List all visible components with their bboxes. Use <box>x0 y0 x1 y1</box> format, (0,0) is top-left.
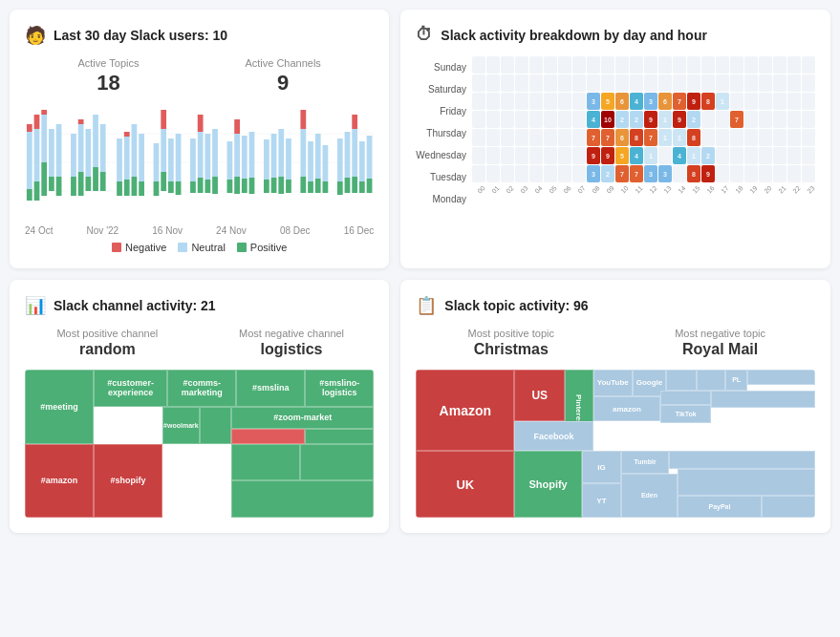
heatmap-cell-tuesday-16: 2 <box>701 147 715 164</box>
treemap-topic-cell: PayPal <box>678 496 762 518</box>
treemap-topic-cell: Tumblr <box>621 451 669 473</box>
heatmap-cell-wednesday-3 <box>515 129 528 146</box>
heatmap-cell-monday-22 <box>787 165 801 182</box>
svg-rect-79 <box>323 181 329 193</box>
svg-rect-19 <box>78 124 84 172</box>
heatmap-cell-tuesday-15: 1 <box>687 147 700 164</box>
svg-rect-40 <box>161 172 166 191</box>
svg-rect-61 <box>249 132 255 178</box>
svg-rect-25 <box>100 124 106 172</box>
svg-rect-59 <box>242 136 248 179</box>
heatmap-cell-friday-18 <box>730 93 743 110</box>
heatmap-cell-tuesday-22 <box>787 147 801 164</box>
heatmap-cell-thursday-14: 9 <box>673 111 686 128</box>
treemap-channel-cell: #shopify <box>94 444 162 519</box>
heatmap-cell-saturday-14 <box>673 74 686 92</box>
heatmap-cell-thursday-17 <box>716 111 729 128</box>
topic-activity-header: 📋 Slack topic activity: 96 <box>416 295 815 316</box>
svg-rect-21 <box>85 129 91 177</box>
heatmap-cell-thursday-6 <box>558 111 571 128</box>
heatmap-cell-saturday-1 <box>486 74 500 92</box>
heatmap-col-label-1: 01 <box>488 183 503 197</box>
heatmap-col-label-10: 10 <box>617 183 632 197</box>
heatmap-cell-sunday-7 <box>572 56 586 74</box>
heatmap-col-label-2: 02 <box>503 183 517 197</box>
svg-rect-18 <box>78 119 84 124</box>
heatmap-cell-thursday-3 <box>515 111 528 128</box>
heatmap-cell-friday-11: 4 <box>630 93 643 110</box>
heatmap-cell-saturday-12 <box>644 74 657 92</box>
heatmap-cell-sunday-0 <box>472 56 485 74</box>
treemap-topic-cell <box>762 496 815 518</box>
treemap-topic-cell: Eden <box>621 474 678 519</box>
svg-rect-76 <box>315 134 321 179</box>
heatmap-cell-monday-11: 7 <box>630 165 643 182</box>
active-topics-label: Active Topics <box>77 57 139 69</box>
heatmap-cell-wednesday-15: 8 <box>687 129 700 146</box>
heatmap-cell-wednesday-0 <box>472 129 485 146</box>
heatmap-cell-friday-12: 3 <box>644 93 657 110</box>
svg-rect-31 <box>124 180 130 196</box>
heatmap-cell-thursday-21 <box>773 111 786 128</box>
heatmap-row-tuesday: 99541412 <box>472 147 815 164</box>
heatmap-cell-friday-5 <box>544 93 557 110</box>
heatmap-cell-saturday-20 <box>759 74 772 92</box>
heatmap-cell-thursday-12: 9 <box>644 111 657 128</box>
heatmap-cell-wednesday-1 <box>486 129 500 146</box>
svg-rect-75 <box>308 181 313 193</box>
x-label-2: Nov '22 <box>87 225 119 236</box>
label-thursday: Thursday <box>416 125 466 142</box>
treemap-topic-cell: IG <box>582 451 621 483</box>
treemap-channel-cell: #smslina <box>236 370 305 407</box>
heatmap-cell-friday-1 <box>486 93 500 110</box>
most-positive-topic-value: Christmas <box>416 341 606 358</box>
heatmap-cell-wednesday-21 <box>773 129 786 146</box>
svg-rect-68 <box>278 177 284 194</box>
heatmap-row-monday: 32773389 <box>472 165 815 182</box>
x-label-6: 16 Dec <box>344 225 375 236</box>
heatmap-layout: Sunday Saturday Friday Thursday Wednesda… <box>416 56 815 210</box>
heatmap-cell-friday-20 <box>759 93 772 110</box>
heatmap-col-label-14: 14 <box>675 183 689 197</box>
treemap-topic-cell <box>697 370 724 391</box>
heatmap-row-friday: 3564367981 <box>472 93 815 110</box>
heatmap-cell-saturday-19 <box>744 74 758 92</box>
most-negative-topic-stat: Most negative topic Royal Mail <box>625 328 815 358</box>
channel-activity-header: 📊 Slack channel activity: 21 <box>25 295 374 316</box>
heatmap-cell-monday-3 <box>515 165 528 182</box>
active-channels-label: Active Channels <box>245 57 321 69</box>
svg-rect-24 <box>93 167 98 191</box>
heatmap-cell-monday-17 <box>716 165 729 182</box>
most-negative-channel-stat: Most negative channel logistics <box>209 328 375 358</box>
heatmap-col-label-7: 07 <box>574 183 589 197</box>
treemap-channel-cell <box>200 407 231 444</box>
svg-rect-83 <box>345 178 351 193</box>
heatmap-cell-thursday-5 <box>544 111 557 128</box>
treemap-topic-cell <box>678 469 815 496</box>
heatmap-cell-thursday-13: 1 <box>658 111 672 128</box>
treemap-channel-cell <box>300 444 374 481</box>
heatmap-cell-thursday-7 <box>572 111 586 128</box>
channel-activity-title: Slack channel activity: 21 <box>54 298 216 313</box>
heatmap-cell-wednesday-14: 1 <box>673 129 686 146</box>
heatmap-cell-sunday-13 <box>658 56 672 74</box>
heatmap-row-wednesday: 77687118 <box>472 129 815 146</box>
heatmap-cell-thursday-18: 7 <box>730 111 743 128</box>
heatmap-cell-saturday-23 <box>802 74 815 92</box>
stats-row: Active Topics 18 Active Channels 9 <box>25 57 374 96</box>
heatmap-cell-monday-9: 2 <box>601 165 614 182</box>
topic-icon: 📋 <box>416 295 437 316</box>
heatmap-col-label-22: 22 <box>789 183 804 197</box>
heatmap-cell-friday-3 <box>515 93 528 110</box>
svg-rect-32 <box>132 124 138 177</box>
active-topics-stat: Active Topics 18 <box>77 57 139 96</box>
svg-rect-74 <box>308 141 313 181</box>
svg-rect-77 <box>315 179 321 193</box>
heatmap-col-label-13: 13 <box>660 183 675 197</box>
heatmap-col-label-21: 21 <box>775 183 789 197</box>
svg-rect-7 <box>34 129 40 181</box>
svg-rect-38 <box>161 110 166 129</box>
heatmap-cell-tuesday-20 <box>759 147 772 164</box>
svg-rect-90 <box>367 179 373 193</box>
heatmap-cell-sunday-18 <box>730 56 743 74</box>
